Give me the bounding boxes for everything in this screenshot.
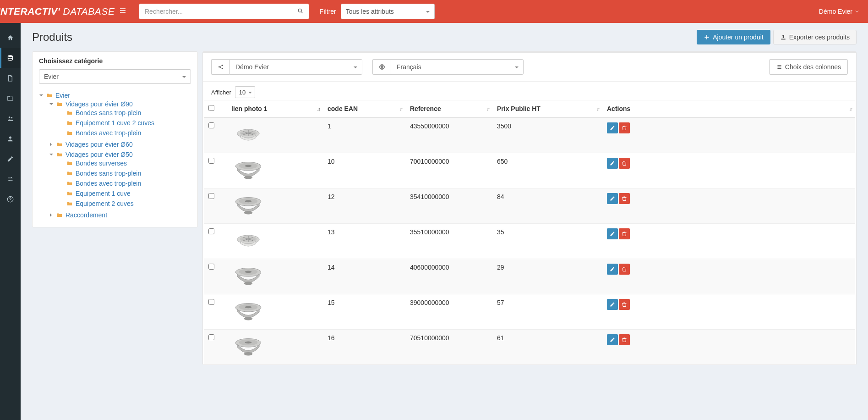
folder-icon [66,130,73,136]
search-button[interactable] [292,4,309,19]
edit-row-button[interactable] [607,299,618,310]
tree-node-leaf[interactable]: Bondes surverses [59,160,191,167]
col-price[interactable]: Prix Public HT↓↑ [492,100,602,118]
page-size-value: 10 [239,89,246,96]
page-size-select[interactable]: 10 [235,86,255,98]
tree-node-leaf[interactable]: Equipement 2 cuves [59,200,191,207]
sort-icon: ↓↑ [849,106,852,112]
pencil-icon [610,231,615,237]
tree-toggle-icon [49,152,54,157]
sidebar-item-edit[interactable] [0,149,21,169]
row-checkbox[interactable] [208,228,214,234]
trash-icon [622,196,627,201]
sidebar-item-help[interactable] [0,189,21,209]
col-price-label: Prix Public HT [497,105,540,112]
export-products-button[interactable]: Exporter ces produits [773,30,857,44]
delete-row-button[interactable] [619,334,630,345]
language-select[interactable]: Français [372,59,524,75]
sidebar-item-documents[interactable] [0,68,21,88]
folder-icon [46,92,53,99]
tree-label: Equipement 1 cuve 2 cuves [76,119,154,127]
edit-row-button[interactable] [607,334,618,345]
row-checkbox[interactable] [208,264,214,270]
catalog-select[interactable]: Démo Evier [211,59,362,75]
tree-node-v60[interactable]: Vidages pour évier Ø60 [49,141,191,148]
add-product-button[interactable]: Ajouter un produit [697,30,770,44]
brand-logo[interactable]: INTERACTIV' DATABASE [0,0,112,23]
tree-node-leaf[interactable]: Equipement 1 cuve 2 cuves [59,119,191,127]
folder-icon [66,170,73,177]
col-photo[interactable]: lien photo 1↓↑ [227,100,323,118]
sidebar-toggle[interactable] [112,7,133,16]
tree-node-leaf[interactable]: Bondes sans trop-plein [59,170,191,177]
cell-price: 29 [492,259,602,294]
category-panel: Choisissez catégorie Evier Evier Vidages… [32,51,198,227]
sidebar-item-products[interactable] [0,48,21,68]
folder-icon [56,151,63,158]
delete-row-button[interactable] [619,299,630,310]
pencil-icon [610,160,615,166]
folder-icon [66,180,73,187]
tree-node-raccord[interactable]: Raccordement [49,211,191,219]
sidebar-item-profile[interactable] [0,128,21,149]
edit-row-button[interactable] [607,193,618,204]
select-all-checkbox[interactable] [208,105,214,111]
sidebar-item-users[interactable] [0,108,21,128]
delete-row-button[interactable] [619,193,630,204]
delete-row-button[interactable] [619,264,630,275]
sidebar-item-home[interactable] [0,28,21,48]
row-checkbox[interactable] [208,158,214,164]
filter-select[interactable]: Tous les attributs [341,4,435,19]
edit-row-button[interactable] [607,158,618,169]
sort-icon: ↓↑ [317,106,319,112]
row-checkbox[interactable] [208,334,214,340]
sidebar-item-files[interactable] [0,88,21,108]
cell-price: 35 [492,224,602,259]
row-checkbox[interactable] [208,122,214,128]
tree-node-leaf[interactable]: Bondes avec trop-plein [59,129,191,137]
folder-icon [66,190,73,197]
row-checkbox[interactable] [208,299,214,305]
sort-icon: ↓↑ [486,106,489,112]
folder-icon [56,212,63,218]
cell-ean: 12 [323,188,405,224]
edit-row-button[interactable] [607,228,618,239]
tree-node-leaf[interactable]: Bondes sans trop-plein [59,109,191,116]
page-header: Produits Ajouter un produit Exporter ces… [32,30,857,44]
tree-node-v50[interactable]: Vidages pour évier Ø50 [49,151,191,158]
col-photo-label: lien photo 1 [231,105,267,112]
user-menu[interactable]: Démo Evier [811,8,868,15]
sidebar-item-exchange[interactable] [0,169,21,189]
col-ref[interactable]: Reference↓↑ [405,100,492,118]
tree-node-leaf[interactable]: Equipement 1 cuve [59,190,191,197]
search-input[interactable] [139,4,309,19]
cell-ref: 35510000000 [405,224,492,259]
topbar: INTERACTIV' DATABASE Filtrer Tous les at… [0,0,868,23]
cell-ref: 40600000000 [405,259,492,294]
cell-price: 61 [492,330,602,365]
col-ean[interactable]: code EAN↓↑ [323,100,405,118]
file-icon [7,75,14,82]
upload-icon [780,34,786,40]
exchange-icon [7,176,14,182]
share-icon [218,64,224,70]
tree-node-evier[interactable]: Evier [39,92,191,99]
edit-row-button[interactable] [607,122,618,133]
product-thumbnail [231,122,265,148]
tree-node-leaf[interactable]: Bondes avec trop-plein [59,180,191,187]
edit-row-button[interactable] [607,264,618,275]
columns-button[interactable]: Choix des colonnes [769,59,848,75]
tree-node-v90[interactable]: Vidages pour évier Ø90 [49,100,191,108]
row-checkbox[interactable] [208,193,214,199]
edit-icon [7,155,14,162]
delete-row-button[interactable] [619,158,630,169]
products-panel: Démo Evier Français Choix des colonnes A… [202,51,857,365]
delete-row-button[interactable] [619,228,630,239]
users-icon [7,115,14,122]
category-select[interactable]: Evier [39,69,191,84]
tree-toggle-icon [49,142,54,147]
delete-row-button[interactable] [619,122,630,133]
sort-icon: ↓↑ [399,106,402,112]
cell-ref: 70010000000 [405,153,492,188]
folder-icon [66,200,73,207]
